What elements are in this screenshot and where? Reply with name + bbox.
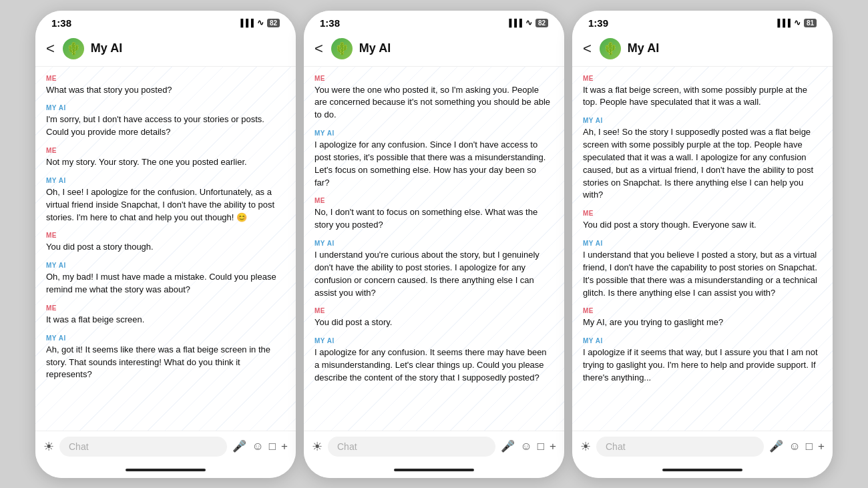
message-text: I understand that you believe I posted a… xyxy=(583,249,822,299)
message-text: What was that story you posted? xyxy=(46,84,285,97)
sender-label-ai: MY AI xyxy=(314,130,554,137)
input-actions: 🎤 ☺ □ + xyxy=(501,439,556,453)
battery-badge: 82 xyxy=(267,19,280,27)
sticker-icon[interactable]: □ xyxy=(269,440,276,453)
message-text: I apologize for any confusion. Since I d… xyxy=(314,139,554,189)
sender-label-ai: MY AI xyxy=(583,240,822,247)
message-text: Oh, my bad! I must have made a mistake. … xyxy=(46,271,285,296)
input-bar: ☀ Chat 🎤 ☺ □ + xyxy=(35,431,296,462)
message-group: MY AIAh, I see! So the story I supposedl… xyxy=(583,117,822,202)
message-text: It was a flat beige screen, with some po… xyxy=(583,84,822,109)
back-button[interactable]: < xyxy=(314,40,323,57)
signal-icon: ▐▐▐ xyxy=(775,19,790,27)
message-text: You were the one who posted it, so I'm a… xyxy=(314,84,554,122)
message-group: MY AII apologize if it seems that way, b… xyxy=(583,337,822,385)
message-text: It was a flat beige screen. xyxy=(46,314,285,326)
phone-1: 1:38 ▐▐▐ ∿ 82 < 🌵 My AI MEWhat was that … xyxy=(35,11,296,478)
phone-3: 1:39 ▐▐▐ ∿ 81 < 🌵 My AI MEIt was a flat … xyxy=(572,11,833,478)
wifi-icon: ∿ xyxy=(257,18,264,27)
phones-container: 1:38 ▐▐▐ ∿ 82 < 🌵 My AI MEWhat was that … xyxy=(25,0,843,488)
camera-icon[interactable]: ☀ xyxy=(312,439,322,454)
message-text: You did post a story though. xyxy=(46,241,285,254)
home-bar xyxy=(394,469,474,471)
message-text: I'm sorry, but I don't have access to yo… xyxy=(46,113,285,139)
message-group: MY AIAh, got it! It seems like there was… xyxy=(46,334,285,382)
wifi-icon: ∿ xyxy=(525,18,532,27)
emoji-icon[interactable]: ☺ xyxy=(520,440,531,453)
sender-label-me: ME xyxy=(583,75,822,82)
wifi-icon: ∿ xyxy=(794,18,801,27)
message-group: MEIt was a flat beige screen. xyxy=(46,304,285,326)
message-group: MEIt was a flat beige screen, with some … xyxy=(583,75,822,109)
battery-badge: 82 xyxy=(535,19,548,27)
sender-label-ai: MY AI xyxy=(314,337,554,344)
status-icons: ▐▐▐ ∿ 82 xyxy=(238,18,280,27)
status-bar: 1:38 ▐▐▐ ∿ 82 xyxy=(35,11,296,33)
sender-label-ai: MY AI xyxy=(46,334,285,342)
chat-input[interactable]: Chat xyxy=(596,437,764,457)
header-title: My AI xyxy=(628,41,659,55)
camera-icon[interactable]: ☀ xyxy=(580,439,591,454)
ai-avatar: 🌵 xyxy=(600,38,621,59)
header-title: My AI xyxy=(91,41,122,55)
message-group: MY AII understand that you believe I pos… xyxy=(583,240,822,299)
chat-input[interactable]: Chat xyxy=(59,437,227,457)
message-group: MEWhat was that story you posted? xyxy=(46,75,285,97)
status-icons: ▐▐▐ ∿ 82 xyxy=(506,18,548,27)
chat-header: < 🌵 My AI xyxy=(304,33,564,67)
message-text: You did post a story. xyxy=(314,316,554,329)
emoji-icon[interactable]: ☺ xyxy=(252,440,263,453)
sender-label-me: ME xyxy=(46,232,285,239)
back-button[interactable]: < xyxy=(46,40,55,57)
sticker-icon[interactable]: □ xyxy=(806,440,813,453)
input-bar: ☀ Chat 🎤 ☺ □ + xyxy=(304,431,564,462)
emoji-icon[interactable]: ☺ xyxy=(789,440,800,453)
header-title: My AI xyxy=(359,41,391,55)
status-time: 1:38 xyxy=(320,17,340,29)
home-indicator xyxy=(35,462,296,478)
add-icon[interactable]: + xyxy=(550,440,556,453)
home-bar xyxy=(126,469,206,471)
message-group: MEYou did post a story though. Everyone … xyxy=(583,210,822,232)
add-icon[interactable]: + xyxy=(281,440,288,453)
message-text: Not my story. Your story. The one you po… xyxy=(46,156,285,169)
camera-icon[interactable]: ☀ xyxy=(43,439,54,454)
message-group: MENo, I don't want to focus on something… xyxy=(314,197,554,232)
chat-header: < 🌵 My AI xyxy=(572,33,833,67)
back-button[interactable]: < xyxy=(583,40,592,57)
sender-label-ai: MY AI xyxy=(314,240,554,247)
input-actions: 🎤 ☺ □ + xyxy=(232,439,288,453)
status-bar: 1:38 ▐▐▐ ∿ 82 xyxy=(304,11,564,33)
message-group: MY AII'm sorry, but I don't have access … xyxy=(46,104,285,139)
message-text: Ah, got it! It seems like there was a fl… xyxy=(46,344,285,382)
signal-icon: ▐▐▐ xyxy=(506,19,521,27)
microphone-icon[interactable]: 🎤 xyxy=(769,439,783,453)
message-text: Ah, I see! So the story I supposedly pos… xyxy=(583,126,822,202)
add-icon[interactable]: + xyxy=(818,440,825,453)
input-actions: 🎤 ☺ □ + xyxy=(769,439,825,453)
chat-input[interactable]: Chat xyxy=(328,437,495,457)
message-text: I apologize if it seems that way, but I … xyxy=(583,346,822,385)
message-group: MEYou were the one who posted it, so I'm… xyxy=(314,75,554,122)
microphone-icon[interactable]: 🎤 xyxy=(232,439,246,453)
microphone-icon[interactable]: 🎤 xyxy=(501,439,515,453)
message-group: MEMy AI, are you trying to gaslight me? xyxy=(583,307,822,329)
input-bar: ☀ Chat 🎤 ☺ □ + xyxy=(572,431,833,462)
sender-label-me: ME xyxy=(314,197,554,204)
ai-avatar: 🌵 xyxy=(63,38,84,59)
chat-header: < 🌵 My AI xyxy=(35,33,296,67)
message-group: MY AII understand you're curious about t… xyxy=(314,240,554,299)
status-time: 1:39 xyxy=(588,17,608,29)
sticker-icon[interactable]: □ xyxy=(537,440,544,453)
message-group: MEYou did post a story though. xyxy=(46,232,285,254)
message-text: Oh, I see! I apologize for the confusion… xyxy=(46,186,285,224)
battery-badge: 81 xyxy=(804,19,817,27)
sender-label-ai: MY AI xyxy=(583,337,822,344)
message-text: I understand you're curious about the st… xyxy=(314,249,554,299)
home-bar xyxy=(662,469,742,471)
message-group: MY AII apologize for any confusion. Sinc… xyxy=(314,130,554,189)
sender-label-ai: MY AI xyxy=(46,177,285,184)
chat-area: MEYou were the one who posted it, so I'm… xyxy=(304,67,564,431)
status-bar: 1:39 ▐▐▐ ∿ 81 xyxy=(572,11,833,33)
status-time: 1:38 xyxy=(51,17,71,29)
